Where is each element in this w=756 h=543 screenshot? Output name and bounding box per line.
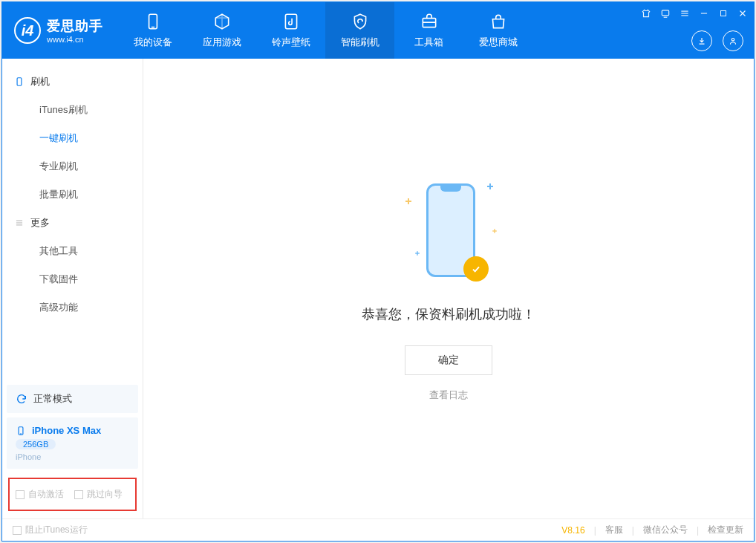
device-name: iPhone XS Max (32, 425, 101, 436)
footer-link-update[interactable]: 检查更新 (708, 524, 743, 536)
checkbox-auto-activate[interactable]: 自动激活 (16, 488, 64, 501)
sidebar-group-label: 更多 (30, 216, 50, 230)
status-label: 正常模式 (33, 392, 72, 406)
sidebar-item-pro-flash[interactable]: 专业刷机 (2, 152, 143, 181)
main-area: 刷机 iTunes刷机 一键刷机 专业刷机 批量刷机 更多 其他工具 下载固件 … (2, 59, 754, 518)
sidebar-item-download-firmware[interactable]: 下载固件 (2, 265, 143, 293)
main-nav: 我的设备 应用游戏 铃声壁纸 智能刷机 工具箱 爱思商城 (118, 2, 532, 59)
nav-toolbox[interactable]: 工具箱 (394, 2, 463, 59)
version-label: V8.16 (561, 525, 584, 536)
sidebar-group-more: 更多 (2, 209, 143, 237)
svg-rect-9 (721, 11, 726, 16)
sidebar-item-itunes-flash[interactable]: iTunes刷机 (2, 96, 143, 124)
music-file-icon (281, 12, 301, 31)
device-card[interactable]: iPhone XS Max 256GB iPhone (7, 417, 138, 469)
menu-icon[interactable] (678, 7, 691, 20)
sparkle-icon (487, 183, 493, 189)
nav-label: 爱思商城 (479, 36, 518, 49)
view-log-link[interactable]: 查看日志 (429, 388, 468, 402)
phone-outline-icon (14, 77, 25, 87)
nav-label: 智能刷机 (341, 36, 379, 49)
nav-store[interactable]: 爱思商城 (463, 2, 532, 59)
checkbox-stop-itunes[interactable]: 阻止iTunes运行 (13, 524, 88, 536)
logo-icon: i4 (14, 17, 41, 44)
statusbar: 阻止iTunes运行 V8.16 | 客服 | 微信公众号 | 检查更新 (2, 518, 754, 541)
device-capacity: 256GB (16, 439, 56, 449)
refresh-icon (16, 393, 27, 405)
sidebar: 刷机 iTunes刷机 一键刷机 专业刷机 批量刷机 更多 其他工具 下载固件 … (2, 59, 143, 518)
shield-refresh-icon (351, 12, 370, 31)
window-controls (639, 7, 749, 20)
nav-my-device[interactable]: 我的设备 (118, 2, 187, 59)
success-illustration (404, 176, 493, 287)
nav-label: 应用游戏 (203, 36, 241, 49)
sidebar-item-oneclick-flash[interactable]: 一键刷机 (2, 124, 143, 152)
toolbox-icon (420, 12, 439, 31)
content-pane: 恭喜您，保资料刷机成功啦！ 确定 查看日志 (143, 59, 754, 518)
maximize-button[interactable] (717, 7, 730, 20)
sidebar-group-label: 刷机 (30, 75, 50, 88)
device-mode-status[interactable]: 正常模式 (7, 385, 138, 413)
app-url: www.i4.cn (47, 35, 103, 44)
flash-options-highlight: 自动激活 跳过向导 (8, 478, 137, 511)
sparkle-icon (492, 229, 497, 233)
sparkle-icon (415, 251, 420, 256)
close-button[interactable] (736, 7, 749, 20)
feedback-icon[interactable] (659, 7, 672, 20)
sidebar-group-flash: 刷机 (2, 68, 143, 96)
footer-link-wechat[interactable]: 微信公众号 (643, 524, 688, 536)
device-icon (143, 12, 163, 31)
device-type: iPhone (16, 452, 129, 461)
nav-apps[interactable]: 应用游戏 (187, 2, 256, 59)
ok-button[interactable]: 确定 (405, 345, 492, 375)
checkbox-skip-guide[interactable]: 跳过向导 (74, 488, 123, 501)
sidebar-item-advanced[interactable]: 高级功能 (2, 293, 143, 322)
nav-label: 我的设备 (134, 36, 172, 49)
minimize-button[interactable] (697, 7, 711, 20)
titlebar-actions (691, 30, 743, 51)
success-message: 恭喜您，保资料刷机成功啦！ (362, 305, 535, 323)
nav-label: 工具箱 (414, 36, 443, 49)
nav-label: 铃声壁纸 (272, 36, 310, 49)
user-button[interactable] (723, 30, 743, 51)
list-icon (14, 218, 25, 228)
download-button[interactable] (691, 30, 712, 51)
svg-point-12 (731, 39, 734, 42)
checkbox-label: 跳过向导 (87, 488, 123, 501)
svg-rect-2 (285, 14, 296, 29)
checkbox-label: 自动激活 (28, 488, 64, 501)
sidebar-item-other-tools[interactable]: 其他工具 (2, 237, 143, 265)
app-name: 爱思助手 (47, 17, 103, 35)
store-icon (489, 12, 508, 31)
svg-rect-4 (662, 10, 668, 16)
nav-flash[interactable]: 智能刷机 (325, 2, 394, 59)
phone-icon (16, 426, 26, 436)
checkbox-label: 阻止iTunes运行 (25, 524, 88, 536)
skin-icon[interactable] (639, 7, 653, 20)
svg-rect-13 (17, 78, 22, 86)
logo: i4 爱思助手 www.i4.cn (2, 17, 118, 44)
nav-ringtone[interactable]: 铃声壁纸 (256, 2, 325, 59)
app-window: i4 爱思助手 www.i4.cn 我的设备 应用游戏 铃声壁纸 智能刷机 (1, 1, 755, 542)
sparkle-icon (405, 198, 411, 204)
footer-link-support[interactable]: 客服 (605, 524, 623, 536)
check-badge-icon (463, 256, 489, 282)
titlebar: i4 爱思助手 www.i4.cn 我的设备 应用游戏 铃声壁纸 智能刷机 (2, 2, 754, 59)
sidebar-item-batch-flash[interactable]: 批量刷机 (2, 181, 143, 209)
cube-icon (212, 12, 232, 31)
